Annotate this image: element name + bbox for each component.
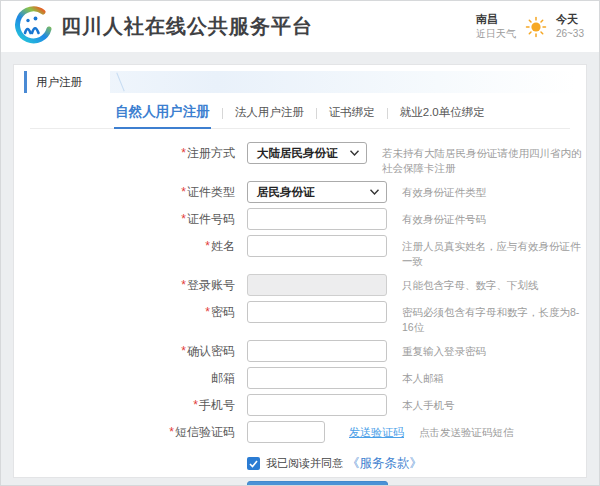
weather-city-block: 南昌 近日天气 bbox=[476, 13, 516, 40]
agree-checkbox[interactable] bbox=[247, 457, 260, 470]
required-marker: * bbox=[181, 185, 186, 199]
required-marker: * bbox=[205, 305, 210, 319]
chevron-down-icon bbox=[350, 150, 359, 156]
field-hint: 有效身份证件号码 bbox=[402, 208, 486, 227]
registration-form: *注册方式 大陆居民身份证 若未持有大陆居民身份证请使用四川省内的社会保障卡注册… bbox=[14, 142, 586, 486]
form-row: *姓名 注册人员真实姓名，应与有效身份证件一致 bbox=[14, 235, 586, 269]
field-hint: 若未持有大陆居民身份证请使用四川省内的社会保障卡注册 bbox=[382, 142, 586, 176]
name-label: *姓名 bbox=[14, 235, 247, 257]
breadcrumb-bar: 用户注册 bbox=[24, 71, 576, 93]
email-label: 邮箱 bbox=[14, 367, 247, 389]
breadcrumb-tab-edge bbox=[116, 73, 124, 92]
main-panel: 用户注册 自然人用户注册 法人用户注册 证书绑定 就业2.0单位绑定 *注册方式… bbox=[13, 64, 587, 478]
confirm-password-label: *确认密码 bbox=[14, 340, 247, 362]
field-hint: 密码必须包含有字母和数字，长度为8-16位 bbox=[402, 301, 586, 335]
email-field[interactable] bbox=[247, 367, 387, 389]
chevron-down-icon bbox=[370, 189, 379, 195]
field-hint: 本人邮箱 bbox=[402, 367, 444, 386]
required-marker: * bbox=[205, 239, 210, 253]
page-title: 四川人社在线公共服务平台 bbox=[61, 13, 313, 40]
tab-certificate-binding[interactable]: 证书绑定 bbox=[328, 101, 376, 127]
form-row: *登录账号 只能包含字母、数字、下划线 bbox=[14, 274, 586, 296]
id-type-label: *证件类型 bbox=[14, 181, 247, 203]
confirm-password-input[interactable] bbox=[247, 340, 387, 362]
required-marker: * bbox=[181, 344, 186, 358]
required-marker: * bbox=[193, 398, 198, 412]
tab-employment-unit-binding[interactable]: 就业2.0单位绑定 bbox=[399, 101, 486, 127]
name-input[interactable] bbox=[247, 235, 387, 257]
password-label: *密码 bbox=[14, 301, 247, 323]
breadcrumb: 用户注册 bbox=[24, 71, 110, 93]
send-code-link[interactable]: 发送验证码 bbox=[349, 421, 404, 443]
site-logo-icon bbox=[11, 6, 53, 48]
weather-widget: 南昌 近日天气 今天 26~33 bbox=[476, 13, 584, 40]
register-tabs: 自然人用户注册 法人用户注册 证书绑定 就业2.0单位绑定 bbox=[30, 99, 570, 129]
required-marker: * bbox=[169, 425, 174, 439]
register-method-select[interactable]: 大陆居民身份证 bbox=[247, 142, 367, 164]
tab-legal-person-register[interactable]: 法人用户注册 bbox=[234, 101, 305, 127]
field-hint: 有效身份证件类型 bbox=[402, 181, 486, 200]
form-row: *密码 密码必须包含有字母和数字，长度为8-16位 bbox=[14, 301, 586, 335]
weather-city: 南昌 bbox=[476, 13, 516, 27]
form-row: *确认密码 重复输入登录密码 bbox=[14, 340, 586, 362]
weather-temp: 26~33 bbox=[556, 28, 584, 41]
tab-natural-person-register[interactable]: 自然人用户注册 bbox=[114, 99, 211, 129]
select-value: 大陆居民身份证 bbox=[257, 146, 338, 161]
form-row: 邮箱 本人邮箱 bbox=[14, 367, 586, 389]
form-row: *短信验证码 发送验证码 点击发送验证码短信 bbox=[14, 421, 586, 443]
field-hint: 注册人员真实姓名，应与有效身份证件一致 bbox=[402, 235, 586, 269]
sms-code-input[interactable] bbox=[247, 421, 325, 443]
weather-today-block: 今天 26~33 bbox=[556, 13, 584, 40]
id-number-input[interactable] bbox=[247, 208, 387, 230]
checkmark-icon bbox=[249, 460, 258, 468]
sun-icon bbox=[525, 16, 547, 38]
password-input[interactable] bbox=[247, 301, 387, 323]
sms-code-label: *短信验证码 bbox=[14, 421, 247, 443]
form-row: *手机号 本人手机号 bbox=[14, 394, 586, 416]
tab-separator bbox=[387, 108, 388, 119]
field-hint: 本人手机号 bbox=[402, 394, 455, 413]
tab-separator bbox=[222, 108, 223, 119]
field-hint: 点击发送验证码短信 bbox=[419, 421, 514, 440]
phone-input[interactable] bbox=[247, 394, 387, 416]
field-hint: 重复输入登录密码 bbox=[402, 340, 486, 359]
tab-separator bbox=[316, 108, 317, 119]
weather-city-sub: 近日天气 bbox=[476, 28, 516, 41]
id-number-label: *证件号码 bbox=[14, 208, 247, 230]
agreement-text: 我已阅读并同意 bbox=[266, 456, 343, 471]
form-row: *注册方式 大陆居民身份证 若未持有大陆居民身份证请使用四川省内的社会保障卡注册 bbox=[14, 142, 586, 176]
registration-page: 四川人社在线公共服务平台 南昌 近日天气 今天 bbox=[0, 0, 600, 486]
required-marker: * bbox=[181, 212, 186, 226]
form-row: *证件类型 居民身份证 有效身份证件类型 bbox=[14, 181, 586, 203]
form-row: *证件号码 有效身份证件号码 bbox=[14, 208, 586, 230]
login-account-input bbox=[247, 274, 387, 296]
required-marker: * bbox=[181, 278, 186, 292]
login-account-label: *登录账号 bbox=[14, 274, 247, 296]
register-button[interactable]: 注册 bbox=[247, 481, 388, 486]
weather-day: 今天 bbox=[556, 13, 584, 27]
terms-of-service-link[interactable]: 《服务条款》 bbox=[347, 455, 422, 472]
agreement-row: 我已阅读并同意 《服务条款》 bbox=[247, 455, 586, 472]
phone-label: *手机号 bbox=[14, 394, 247, 416]
site-header: 四川人社在线公共服务平台 南昌 近日天气 今天 bbox=[1, 1, 599, 52]
id-type-select[interactable]: 居民身份证 bbox=[247, 181, 387, 203]
field-hint: 只能包含字母、数字、下划线 bbox=[402, 274, 539, 293]
register-method-label: *注册方式 bbox=[14, 142, 247, 164]
required-marker: * bbox=[181, 146, 186, 160]
select-value: 居民身份证 bbox=[257, 185, 315, 200]
